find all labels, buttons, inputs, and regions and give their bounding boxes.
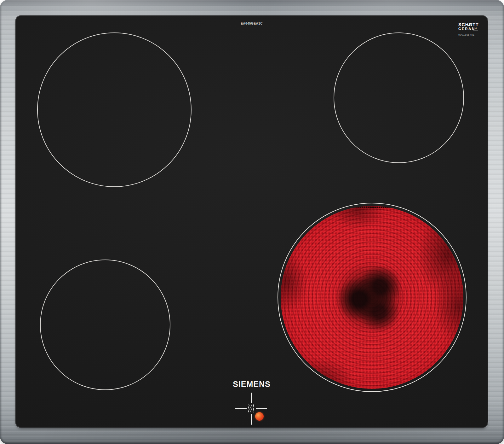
cooktop-product-photo: EA645GEA1C SCHOTT CERAN® 9001355481 SIEM… — [0, 0, 504, 444]
residual-heat-indicator-dot — [255, 412, 264, 421]
ceran-underline — [473, 31, 478, 31]
control-cross-line-right — [256, 408, 267, 409]
cooking-zone-top-right — [334, 32, 464, 163]
ceran-text: CERAN — [458, 27, 475, 31]
ceran-wordmark: CERAN® — [458, 27, 487, 31]
cooking-zone-bottom-left — [40, 260, 170, 390]
schott-wordmark: SCHOTT — [458, 23, 487, 26]
model-number-label: EA645GEA1C — [226, 22, 277, 25]
heating-element-glow — [281, 206, 463, 389]
registered-mark: ® — [475, 27, 477, 30]
schott-text: SCHOTT — [458, 22, 479, 27]
schott-ceran-logo: SCHOTT CERAN® 9001355481 — [458, 23, 487, 36]
cooking-zone-top-left — [37, 32, 192, 187]
element-rim-shadow — [281, 206, 463, 389]
control-cross-line-bottom — [251, 414, 252, 425]
serial-number-label: 9001355481 — [458, 33, 487, 36]
control-cross-line-left — [235, 408, 247, 409]
control-cross-line-top — [251, 393, 252, 403]
residual-heat-icon — [248, 404, 255, 413]
siemens-logo: SIEMENS — [220, 380, 283, 389]
